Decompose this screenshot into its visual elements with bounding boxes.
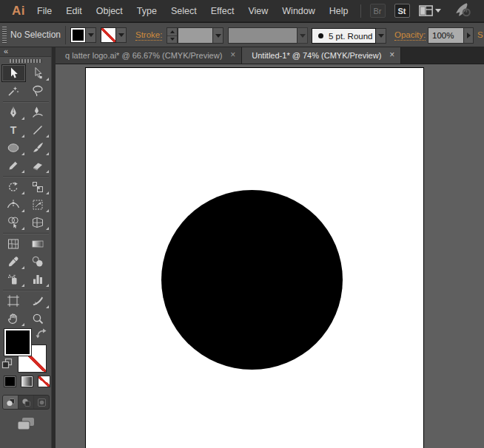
- screen-mode-icon: [16, 416, 36, 432]
- stroke-weight-dropdown-button[interactable]: [213, 27, 223, 44]
- hand-tool[interactable]: [1, 310, 26, 327]
- free-transform-tool[interactable]: [26, 196, 50, 214]
- menu-item-edit[interactable]: Edit: [64, 3, 84, 19]
- artboard[interactable]: [85, 67, 424, 448]
- close-icon[interactable]: ×: [389, 50, 394, 60]
- stock-button[interactable]: St: [394, 4, 410, 18]
- flyout-corner-icon: [46, 191, 49, 194]
- svg-text:T: T: [10, 124, 17, 136]
- document-tab-1[interactable]: q latter logo.ai* @ 66.67% (CMYK/Preview…: [56, 47, 242, 64]
- type-tool[interactable]: T: [1, 121, 26, 139]
- screen-mode-button[interactable]: [16, 416, 36, 432]
- tools-panel: « T: [0, 47, 52, 448]
- draw-behind-icon: [21, 398, 31, 407]
- workspace-layout-icon: [419, 5, 433, 16]
- perspective-grid-tool[interactable]: [26, 214, 50, 231]
- workspace-switcher-button[interactable]: [419, 5, 441, 16]
- menu-item-type[interactable]: Type: [135, 3, 158, 19]
- menu-item-effect[interactable]: Effect: [209, 3, 236, 19]
- draw-inside-button[interactable]: [33, 396, 49, 409]
- menu-item-select[interactable]: Select: [169, 3, 198, 19]
- flyout-corner-icon: [46, 227, 49, 230]
- paintbrush-tool[interactable]: [26, 139, 50, 157]
- chevron-down-icon: [88, 33, 94, 37]
- fill-proxy-swatch[interactable]: [4, 329, 31, 356]
- fill-color-dropdown-button[interactable]: [86, 27, 96, 43]
- selection-status: No Selection: [10, 30, 61, 40]
- eyedropper-tool[interactable]: [1, 253, 26, 271]
- black-circle-shape[interactable]: [161, 190, 343, 370]
- menu-item-help[interactable]: Help: [328, 3, 350, 19]
- magic-wand-tool[interactable]: [1, 82, 26, 100]
- close-icon[interactable]: ×: [230, 50, 235, 60]
- gradient-button[interactable]: [21, 376, 33, 387]
- menu-item-file[interactable]: File: [36, 3, 53, 19]
- draw-normal-button[interactable]: [3, 396, 18, 409]
- stroke-weight-label[interactable]: Stroke:: [135, 30, 162, 41]
- stroke-weight-stepper[interactable]: [167, 27, 178, 44]
- chevron-down-icon: [378, 34, 384, 38]
- fill-color-control: [70, 27, 96, 43]
- tools-panel-collapse-button[interactable]: «: [0, 47, 51, 57]
- flyout-corner-icon: [21, 323, 24, 326]
- opacity-dropdown-button[interactable]: [464, 27, 474, 44]
- canvas-pasteboard[interactable]: [56, 64, 484, 448]
- line-segment-tool[interactable]: [26, 121, 50, 139]
- default-fill-stroke-button[interactable]: [1, 358, 13, 373]
- stepper-down-icon[interactable]: [167, 36, 177, 44]
- pen-tool[interactable]: [1, 103, 26, 121]
- selection-tool[interactable]: [1, 64, 26, 82]
- chevron-down-icon: [435, 9, 441, 13]
- artboard-tool[interactable]: [1, 292, 26, 310]
- stepper-up-icon[interactable]: [167, 28, 177, 36]
- draw-normal-icon: [6, 398, 16, 407]
- shape-builder-tool[interactable]: [1, 214, 26, 231]
- flyout-corner-icon: [21, 191, 24, 194]
- pencil-tool[interactable]: [1, 157, 26, 174]
- chevron-right-icon: [467, 33, 471, 38]
- ellipse-tool[interactable]: [1, 139, 26, 157]
- document-tab-title: q latter logo.ai* @ 66.67% (CMYK/Preview…: [65, 51, 222, 60]
- zoom-tool[interactable]: [26, 310, 50, 327]
- color-button[interactable]: [4, 376, 16, 387]
- menu-item-view[interactable]: View: [246, 3, 269, 19]
- swap-fill-stroke-button[interactable]: [35, 327, 48, 342]
- flyout-corner-icon: [21, 117, 24, 120]
- blend-tool[interactable]: [26, 253, 50, 271]
- lasso-tool[interactable]: [26, 82, 50, 100]
- tools-panel-grip[interactable]: [10, 59, 42, 63]
- none-button[interactable]: [38, 376, 50, 387]
- cs-live-button[interactable]: [453, 2, 472, 20]
- cs-live-icon: [453, 2, 472, 17]
- curvature-tool[interactable]: [26, 103, 50, 121]
- opacity-label[interactable]: Opacity:: [394, 30, 426, 41]
- slice-tool[interactable]: [26, 292, 50, 310]
- eraser-tool[interactable]: [26, 157, 50, 174]
- flyout-corner-icon: [46, 135, 49, 138]
- width-tool[interactable]: [1, 196, 26, 214]
- stroke-color-dropdown-button[interactable]: [116, 27, 127, 43]
- brush-definition-dropdown-button[interactable]: [376, 28, 386, 44]
- flyout-corner-icon: [21, 227, 24, 230]
- flyout-corner-icon: [46, 78, 49, 81]
- menu-item-window[interactable]: Window: [280, 3, 316, 19]
- column-graph-tool[interactable]: [26, 271, 50, 288]
- opacity-field[interactable]: 100%: [428, 27, 464, 44]
- scale-tool[interactable]: [26, 178, 50, 196]
- symbol-sprayer-tool[interactable]: [1, 271, 26, 288]
- stroke-weight-field[interactable]: [178, 27, 213, 44]
- draw-behind-button[interactable]: [18, 396, 33, 409]
- chevron-down-icon: [300, 34, 306, 38]
- stroke-color-swatch[interactable]: [101, 27, 116, 43]
- direct-selection-tool[interactable]: [26, 64, 50, 82]
- fill-color-swatch[interactable]: [70, 27, 86, 43]
- gradient-tool[interactable]: [26, 235, 50, 253]
- brush-definition-select[interactable]: 5 pt. Round: [312, 28, 376, 44]
- document-tab-2[interactable]: Untitled-1* @ 74% (CMYK/Preview)×: [242, 47, 401, 64]
- control-bar-grip[interactable]: [2, 27, 7, 44]
- menu-item-object[interactable]: Object: [95, 3, 124, 19]
- bridge-button[interactable]: Br: [370, 4, 386, 18]
- rotate-tool[interactable]: [1, 178, 26, 196]
- flyout-corner-icon: [21, 266, 24, 269]
- mesh-tool[interactable]: [1, 235, 26, 253]
